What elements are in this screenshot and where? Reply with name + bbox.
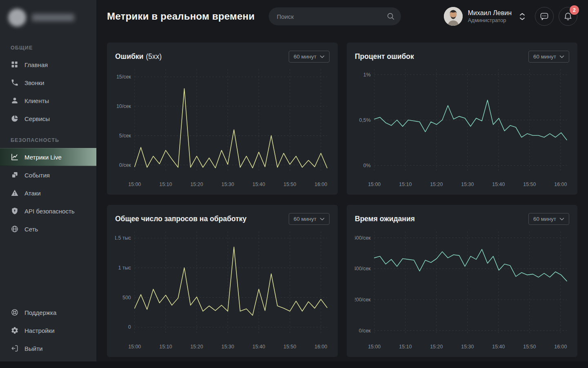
svg-text:200/сек: 200/сек — [355, 297, 371, 303]
svg-text:15:50: 15:50 — [523, 344, 536, 350]
sidebar-item-label: Сервисы — [24, 115, 50, 122]
sidebar-item-label: Клиенты — [24, 97, 49, 104]
sidebar: ОБЩИЕ Главная Звонки Клиенты — [0, 0, 96, 368]
notification-badge: 2 — [570, 5, 579, 15]
life-buoy-icon — [11, 308, 19, 316]
svg-text:15:00: 15:00 — [128, 182, 141, 187]
section-label-security: БЕЗОПАСНОСТЬ — [0, 137, 96, 143]
time-range-select[interactable]: 60 минут — [289, 213, 330, 225]
search-icon — [386, 12, 395, 21]
panel-error-rate: Процент ошибок 60 минут 0%0,5%1%15:0015:… — [347, 43, 577, 195]
chat-icon — [539, 11, 549, 21]
svg-text:15:30: 15:30 — [461, 182, 474, 187]
svg-text:15:20: 15:20 — [430, 344, 443, 350]
sidebar-item-home[interactable]: Главная — [0, 56, 96, 74]
user-name: Михаил Левин — [468, 9, 512, 17]
sidebar-item-services[interactable]: Сервисы — [0, 110, 96, 128]
svg-text:10/сек: 10/сек — [116, 103, 131, 109]
time-range-select[interactable]: 60 минут — [289, 51, 330, 63]
time-range-select[interactable]: 60 минут — [528, 51, 569, 63]
errors-5xx-chart: 0/сек5/сек10/сек15/сек15:0015:1015:2015:… — [115, 64, 330, 189]
section-label-general: ОБЩИЕ — [0, 45, 96, 51]
svg-text:15:00: 15:00 — [368, 344, 381, 350]
wait-time-chart: 0/сек200/сек400/сек600/сек15:0015:1015:2… — [355, 227, 569, 352]
logout-icon — [11, 344, 19, 352]
svg-text:15/сек: 15/сек — [116, 74, 131, 80]
svg-text:0: 0 — [128, 324, 131, 330]
messages-button[interactable] — [535, 7, 554, 26]
svg-text:0,5%: 0,5% — [359, 117, 370, 123]
sidebar-item-metrics-live[interactable]: Метрики Live — [0, 148, 96, 166]
svg-text:1%: 1% — [363, 72, 371, 78]
sidebar-item-label: Настройки — [24, 327, 55, 334]
svg-text:15:10: 15:10 — [399, 344, 412, 350]
search-box — [269, 7, 401, 25]
svg-text:15:20: 15:20 — [190, 344, 203, 350]
sidebar-item-label: Звонки — [24, 79, 44, 86]
svg-text:0%: 0% — [363, 162, 371, 168]
time-range-select[interactable]: 60 минут — [528, 213, 569, 225]
panel-errors-5xx: Ошибки(5xx) 60 минут 0/сек5/сек10/сек15/… — [107, 43, 338, 195]
svg-text:16:00: 16:00 — [554, 344, 567, 350]
panel-total-requests: Общее число запросов на обработку 60 мин… — [107, 205, 338, 357]
error-rate-chart: 0%0,5%1%15:0015:1015:2015:3015:4015:5016… — [355, 64, 569, 189]
phone-icon — [11, 79, 19, 87]
chart-line-icon — [11, 153, 19, 161]
sidebar-item-network[interactable]: Сеть — [0, 220, 96, 238]
svg-text:15:10: 15:10 — [399, 182, 412, 187]
svg-text:15:10: 15:10 — [159, 344, 172, 350]
sidebar-item-calls[interactable]: Звонки — [0, 74, 96, 92]
panel-title: Ошибки(5xx) — [115, 52, 162, 61]
user-menu-toggle[interactable] — [519, 13, 525, 20]
svg-text:15:50: 15:50 — [523, 182, 536, 187]
sidebar-item-label: Выйти — [24, 345, 42, 352]
user-menu[interactable]: Михаил Левин Администратор — [444, 7, 525, 26]
svg-text:5/сек: 5/сек — [119, 133, 131, 139]
avatar — [444, 7, 463, 26]
notifications-button[interactable]: 2 — [559, 7, 577, 26]
sidebar-item-api-security[interactable]: API безопасность — [0, 202, 96, 220]
svg-text:0/сек: 0/сек — [119, 162, 131, 168]
svg-text:15:10: 15:10 — [159, 182, 172, 187]
grid-icon — [11, 61, 19, 69]
app-root: ОБЩИЕ Главная Звонки Клиенты — [0, 0, 588, 368]
sidebar-item-label: Поддержка — [24, 309, 56, 316]
sidebar-footer: Поддержка Настройки Выйти — [0, 303, 96, 368]
svg-text:16:00: 16:00 — [314, 182, 327, 187]
sidebar-item-label: Метрики Live — [24, 154, 62, 161]
svg-text:15:00: 15:00 — [128, 344, 141, 350]
warning-triangle-icon — [11, 189, 19, 197]
logo-icon — [8, 9, 26, 27]
logo-wordmark — [32, 14, 74, 21]
sidebar-item-logout[interactable]: Выйти — [0, 339, 96, 357]
svg-text:500: 500 — [122, 295, 131, 301]
logo[interactable] — [0, 0, 96, 35]
chevron-down-icon — [320, 55, 325, 58]
user-role: Администратор — [468, 17, 512, 24]
svg-text:15:50: 15:50 — [283, 182, 296, 187]
main-area: Метрики в реальном времени — [96, 0, 588, 368]
sidebar-item-events[interactable]: События — [0, 166, 96, 184]
svg-text:15:20: 15:20 — [430, 182, 443, 187]
sidebar-item-label: События — [24, 172, 50, 179]
sidebar-item-label: Сеть — [24, 226, 38, 233]
chevron-down-icon — [559, 218, 564, 221]
svg-text:16:00: 16:00 — [314, 344, 327, 350]
layers-icon — [11, 171, 19, 179]
sidebar-item-clients[interactable]: Клиенты — [0, 92, 96, 110]
total-requests-chart: 05001 тыс1.5 тыс15:0015:1015:2015:3015:4… — [115, 227, 330, 352]
search-input[interactable] — [269, 13, 401, 20]
shield-key-icon — [11, 207, 19, 215]
chevron-up-icon — [519, 13, 525, 16]
sidebar-item-attacks[interactable]: Атаки — [0, 184, 96, 202]
user-icon — [11, 96, 19, 105]
svg-text:15:40: 15:40 — [492, 182, 505, 187]
svg-text:15:40: 15:40 — [492, 344, 505, 350]
sidebar-item-settings[interactable]: Настройки — [0, 321, 96, 339]
svg-text:15:00: 15:00 — [368, 182, 381, 187]
gear-icon — [11, 326, 19, 334]
chevron-down-icon — [519, 17, 525, 20]
sidebar-item-support[interactable]: Поддержка — [0, 303, 96, 321]
panel-title: Время ожидания — [355, 215, 417, 223]
chevron-down-icon — [320, 218, 325, 221]
